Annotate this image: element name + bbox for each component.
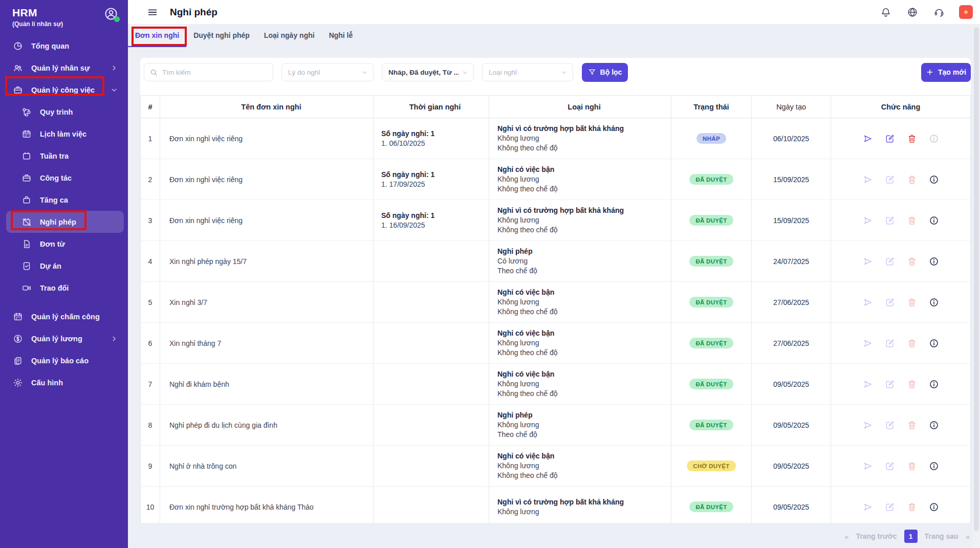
send-icon[interactable]	[863, 134, 873, 144]
delete-icon[interactable]	[907, 134, 917, 144]
chevron-down-icon	[462, 69, 468, 76]
send-icon[interactable]	[863, 461, 873, 471]
edit-icon[interactable]	[885, 215, 895, 226]
users-icon	[13, 63, 23, 73]
info-icon[interactable]	[929, 256, 939, 267]
bell-icon[interactable]	[880, 7, 891, 18]
table-header-row: # Tên đơn xin nghỉ Thời gian nghỉ Loại n…	[141, 96, 970, 118]
scrollbar-thumb[interactable]	[974, 27, 979, 531]
send-icon[interactable]	[863, 215, 873, 226]
leave-request-name: Xin nghỉ phép ngày 15/7	[160, 241, 374, 281]
sidebar-item[interactable]: Quản lý chấm công	[6, 305, 124, 327]
leave-days-count: Số ngày nghỉ: 1	[381, 170, 489, 180]
sidebar-item-label: Công tác	[40, 174, 72, 182]
tab-duyet-nghi-phep[interactable]: Duyệt nghỉ phép	[186, 25, 257, 47]
status-badge: ĐÃ DUYỆT	[689, 338, 733, 348]
user-avatar-icon[interactable]	[103, 6, 119, 21]
sidebar-item[interactable]: Dự án	[6, 255, 124, 277]
sidebar-item[interactable]: Quản lý công việc	[6, 79, 124, 101]
sidebar-item[interactable]: Nghỉ phép	[6, 211, 124, 233]
status-filter-select[interactable]: Nháp, Đã duyệt, Từ ...	[382, 63, 474, 81]
globe-icon[interactable]	[907, 7, 918, 18]
status-badge: CHỜ DUYỆT	[687, 461, 735, 471]
leave-type-pay: Không lương	[497, 379, 671, 389]
language-flag-button[interactable]: ★	[959, 5, 973, 19]
prev-page-arrow[interactable]: «	[844, 532, 848, 541]
edit-icon[interactable]	[885, 379, 895, 389]
send-icon[interactable]	[863, 379, 873, 389]
sidebar-item[interactable]: Quy trình	[6, 101, 124, 123]
row-index: 6	[141, 323, 160, 363]
info-icon[interactable]	[929, 338, 939, 348]
leave-type-policy: Không theo chế độ	[497, 184, 671, 194]
edit-icon[interactable]	[885, 502, 895, 512]
delete-icon[interactable]	[907, 174, 917, 185]
sidebar-item[interactable]: Quản lý báo cáo	[6, 349, 124, 371]
delete-icon[interactable]	[907, 420, 917, 430]
filter-button[interactable]: Bộ lọc	[582, 63, 628, 82]
edit-icon[interactable]	[885, 134, 895, 144]
info-icon[interactable]	[929, 420, 939, 430]
bag-icon	[21, 195, 32, 205]
col-name: Tên đơn xin nghỉ	[160, 96, 374, 118]
delete-icon[interactable]	[907, 297, 917, 308]
info-icon[interactable]	[929, 174, 939, 185]
info-icon[interactable]	[929, 297, 939, 308]
delete-icon[interactable]	[907, 379, 917, 389]
reason-filter-select[interactable]: Lý do nghỉ	[281, 63, 374, 81]
delete-icon[interactable]	[907, 338, 917, 348]
create-button[interactable]: Tạo mới	[921, 63, 971, 82]
search-field[interactable]	[162, 69, 268, 76]
scrollbar[interactable]	[972, 25, 980, 548]
send-icon[interactable]	[863, 256, 873, 267]
sidebar-item[interactable]: Tổng quan	[6, 35, 124, 57]
send-icon[interactable]	[863, 174, 873, 185]
sidebar-item[interactable]: Trao đổi	[6, 277, 124, 299]
edit-icon[interactable]	[885, 461, 895, 471]
sidebar-item-label: Đơn từ	[40, 240, 65, 248]
edit-icon[interactable]	[885, 420, 895, 430]
edit-icon[interactable]	[885, 338, 895, 348]
send-icon[interactable]	[863, 297, 873, 308]
delete-icon[interactable]	[907, 461, 917, 471]
created-date: 15/09/2025	[752, 200, 831, 240]
search-input[interactable]	[144, 63, 273, 81]
send-icon[interactable]	[863, 338, 873, 348]
type-filter-select[interactable]: Loại nghỉ	[482, 63, 573, 81]
table-row: 6 Xin nghỉ tháng 7 Nghỉ có việc bận Khôn…	[141, 323, 970, 364]
send-icon[interactable]	[863, 420, 873, 430]
next-page-button[interactable]: Trang sau	[925, 532, 959, 540]
info-icon[interactable]	[929, 215, 939, 226]
leave-request-name: Xin nghỉ tháng 7	[160, 323, 374, 363]
headset-icon[interactable]	[933, 7, 945, 18]
delete-icon[interactable]	[907, 215, 917, 226]
info-icon[interactable]	[929, 461, 939, 471]
current-page-button[interactable]: 1	[904, 530, 918, 543]
sidebar-item[interactable]: Lịch làm việc	[6, 123, 124, 145]
prev-page-button[interactable]: Trang trước	[856, 532, 897, 540]
delete-icon[interactable]	[907, 502, 917, 512]
sidebar-item[interactable]: Đơn từ	[6, 233, 124, 255]
tab-loai-ngay-nghi[interactable]: Loại ngày nghỉ	[257, 25, 322, 47]
sidebar-item[interactable]: Công tác	[6, 167, 124, 189]
send-icon[interactable]	[863, 502, 873, 512]
sidebar-item[interactable]: Tăng ca	[6, 189, 124, 211]
edit-icon[interactable]	[885, 297, 895, 308]
edit-icon[interactable]	[885, 256, 895, 267]
info-icon[interactable]	[929, 502, 939, 512]
menu-toggle-icon[interactable]	[147, 7, 158, 18]
sidebar-item[interactable]: Tuần tra	[6, 145, 124, 167]
next-page-arrow[interactable]: »	[966, 532, 970, 541]
sidebar-item[interactable]: Quản lý lương	[6, 327, 124, 349]
edit-icon[interactable]	[885, 174, 895, 185]
info-icon[interactable]	[929, 134, 939, 144]
sidebar-item[interactable]: Cấu hình	[6, 371, 124, 393]
chevron-down-icon	[361, 69, 368, 76]
delete-icon[interactable]	[907, 256, 917, 267]
tab-don-xin-nghi[interactable]: Đơn xin nghỉ	[128, 25, 186, 47]
info-icon[interactable]	[929, 379, 939, 389]
leave-type-pay: Không lương	[497, 215, 671, 225]
tab-nghi-le[interactable]: Nghỉ lễ	[322, 25, 360, 47]
status-badge: ĐÃ DUYỆT	[689, 215, 733, 226]
sidebar-item[interactable]: Quản lý nhân sự	[6, 57, 124, 79]
